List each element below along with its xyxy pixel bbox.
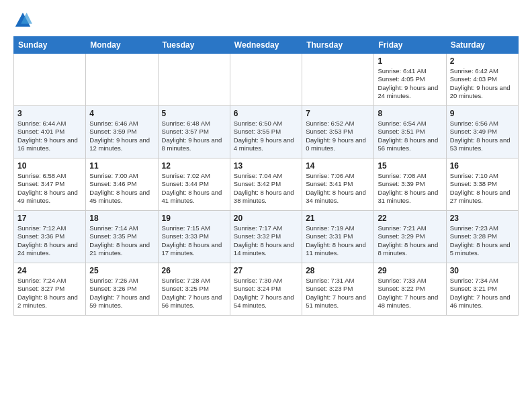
day-number: 11: [89, 161, 154, 171]
calendar-cell: 30Sunrise: 7:34 AMSunset: 3:21 PMDayligh…: [446, 263, 518, 316]
day-info: Sunset: 3:53 PM: [306, 128, 370, 136]
day-info: Sunrise: 7:28 AM: [162, 277, 226, 285]
day-number: 29: [378, 266, 442, 275]
calendar-cell: 22Sunrise: 7:21 AMSunset: 3:29 PMDayligh…: [374, 211, 446, 263]
day-info: Sunset: 4:03 PM: [450, 75, 515, 83]
day-info: Daylight: 8 hours and 49 minutes.: [17, 189, 82, 205]
day-info: Sunrise: 7:33 AM: [378, 277, 442, 285]
day-info: Sunset: 3:46 PM: [89, 180, 154, 188]
calendar-cell: 21Sunrise: 7:19 AMSunset: 3:31 PMDayligh…: [302, 211, 374, 263]
calendar-cell: 7Sunrise: 6:52 AMSunset: 3:53 PMDaylight…: [302, 106, 374, 158]
day-info: Sunrise: 7:04 AM: [234, 172, 298, 180]
day-info: Sunrise: 7:00 AM: [89, 172, 154, 180]
calendar-cell: [230, 54, 302, 106]
day-number: 23: [450, 214, 515, 223]
day-info: Sunrise: 7:12 AM: [17, 224, 82, 232]
calendar-cell: 20Sunrise: 7:17 AMSunset: 3:32 PMDayligh…: [230, 211, 302, 263]
day-info: Daylight: 9 hours and 8 minutes.: [162, 136, 226, 153]
day-info: Sunrise: 7:19 AM: [306, 224, 370, 232]
day-info: Daylight: 8 hours and 53 minutes.: [450, 136, 515, 153]
calendar-cell: 16Sunrise: 7:10 AMSunset: 3:38 PMDayligh…: [446, 158, 518, 211]
day-info: Daylight: 7 hours and 59 minutes.: [89, 293, 154, 310]
day-info: Daylight: 7 hours and 54 minutes.: [234, 293, 298, 310]
day-number: 24: [17, 266, 82, 275]
calendar-cell: 2Sunrise: 6:42 AMSunset: 4:03 PMDaylight…: [446, 54, 518, 106]
calendar-cell: 26Sunrise: 7:28 AMSunset: 3:25 PMDayligh…: [158, 263, 230, 316]
day-info: Sunset: 3:33 PM: [162, 232, 226, 240]
day-header-monday: Monday: [86, 37, 158, 54]
day-number: 22: [378, 214, 442, 223]
day-number: 3: [17, 109, 82, 118]
day-number: 4: [89, 109, 154, 118]
day-info: Daylight: 8 hours and 11 minutes.: [306, 241, 370, 258]
day-info: Sunrise: 7:14 AM: [89, 224, 154, 232]
calendar-cell: 28Sunrise: 7:31 AMSunset: 3:23 PMDayligh…: [302, 263, 374, 316]
day-number: 19: [162, 214, 226, 223]
calendar-week-1: 1Sunrise: 6:41 AMSunset: 4:05 PMDaylight…: [14, 54, 519, 106]
day-number: 18: [89, 214, 154, 223]
day-info: Sunset: 3:42 PM: [234, 180, 298, 188]
day-info: Daylight: 8 hours and 45 minutes.: [89, 189, 154, 205]
day-info: Daylight: 8 hours and 31 minutes.: [378, 189, 442, 205]
day-info: Sunset: 3:32 PM: [234, 232, 298, 240]
day-header-friday: Friday: [374, 37, 446, 54]
day-header-wednesday: Wednesday: [230, 37, 302, 54]
calendar-cell: 24Sunrise: 7:24 AMSunset: 3:27 PMDayligh…: [14, 263, 86, 316]
day-info: Sunrise: 7:24 AM: [17, 277, 82, 285]
day-number: 26: [162, 266, 226, 275]
day-info: Sunset: 3:23 PM: [306, 285, 370, 293]
day-header-thursday: Thursday: [302, 37, 374, 54]
day-info: Daylight: 7 hours and 51 minutes.: [306, 293, 370, 310]
day-info: Sunrise: 7:15 AM: [162, 224, 226, 232]
day-info: Daylight: 9 hours and 0 minutes.: [306, 136, 370, 153]
day-info: Daylight: 8 hours and 27 minutes.: [450, 189, 515, 205]
day-info: Sunset: 3:21 PM: [450, 285, 515, 293]
day-info: Sunrise: 7:26 AM: [89, 277, 154, 285]
day-info: Daylight: 8 hours and 24 minutes.: [17, 241, 82, 258]
day-header-saturday: Saturday: [446, 37, 518, 54]
day-info: Sunrise: 6:58 AM: [17, 172, 82, 180]
day-info: Sunset: 3:38 PM: [450, 180, 515, 188]
calendar-header: SundayMondayTuesdayWednesdayThursdayFrid…: [14, 37, 519, 54]
day-header-tuesday: Tuesday: [158, 37, 230, 54]
day-info: Sunrise: 7:21 AM: [378, 224, 442, 232]
day-info: Daylight: 9 hours and 4 minutes.: [234, 136, 298, 153]
day-info: Sunrise: 7:02 AM: [162, 172, 226, 180]
day-info: Daylight: 9 hours and 16 minutes.: [17, 136, 82, 153]
calendar-cell: 11Sunrise: 7:00 AMSunset: 3:46 PMDayligh…: [86, 158, 158, 211]
calendar-cell: 15Sunrise: 7:08 AMSunset: 3:39 PMDayligh…: [374, 158, 446, 211]
day-number: 9: [450, 109, 515, 118]
day-info: Sunrise: 7:10 AM: [450, 172, 515, 180]
day-info: Sunset: 3:27 PM: [17, 285, 82, 293]
day-info: Sunrise: 7:34 AM: [450, 277, 515, 285]
day-number: 5: [162, 109, 226, 118]
day-number: 17: [17, 214, 82, 223]
day-number: 2: [450, 56, 515, 66]
day-info: Daylight: 8 hours and 14 minutes.: [234, 241, 298, 258]
day-info: Sunset: 3:28 PM: [450, 232, 515, 240]
calendar-cell: [302, 54, 374, 106]
calendar-cell: 19Sunrise: 7:15 AMSunset: 3:33 PMDayligh…: [158, 211, 230, 263]
day-info: Sunset: 3:55 PM: [234, 128, 298, 136]
day-info: Daylight: 8 hours and 5 minutes.: [450, 241, 515, 258]
day-info: Sunset: 3:59 PM: [89, 128, 154, 136]
day-info: Sunrise: 6:46 AM: [89, 120, 154, 128]
day-number: 25: [89, 266, 154, 275]
day-info: Sunrise: 6:56 AM: [450, 120, 515, 128]
calendar-cell: 10Sunrise: 6:58 AMSunset: 3:47 PMDayligh…: [14, 158, 86, 211]
day-info: Daylight: 8 hours and 2 minutes.: [17, 293, 82, 310]
day-number: 27: [234, 266, 298, 275]
calendar-cell: 4Sunrise: 6:46 AMSunset: 3:59 PMDaylight…: [86, 106, 158, 158]
day-info: Sunrise: 7:23 AM: [450, 224, 515, 232]
calendar-week-2: 3Sunrise: 6:44 AMSunset: 4:01 PMDaylight…: [14, 106, 519, 158]
day-info: Daylight: 8 hours and 21 minutes.: [89, 241, 154, 258]
day-info: Sunrise: 6:48 AM: [162, 120, 226, 128]
logo-icon: [13, 11, 32, 30]
day-number: 6: [234, 109, 298, 118]
calendar-cell: 5Sunrise: 6:48 AMSunset: 3:57 PMDaylight…: [158, 106, 230, 158]
day-info: Sunrise: 6:54 AM: [378, 120, 442, 128]
day-info: Sunrise: 7:06 AM: [306, 172, 370, 180]
day-info: Sunset: 3:47 PM: [17, 180, 82, 188]
day-info: Daylight: 9 hours and 24 minutes.: [378, 84, 442, 101]
calendar-body: 1Sunrise: 6:41 AMSunset: 4:05 PMDaylight…: [14, 54, 519, 316]
